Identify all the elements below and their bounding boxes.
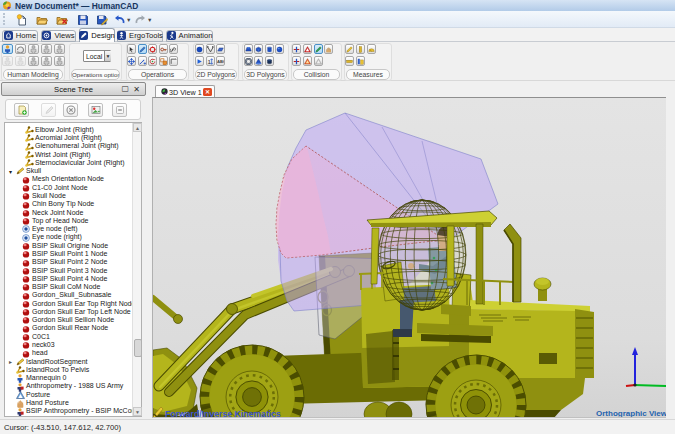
svg-text:ABC: ABC [217, 59, 224, 64]
svg-text:Orthographic View: Orthographic View [596, 409, 666, 418]
svg-text:Forward/Inverse Kinematics: Forward/Inverse Kinematics [165, 409, 281, 418]
svg-text:1: 1 [207, 57, 211, 64]
